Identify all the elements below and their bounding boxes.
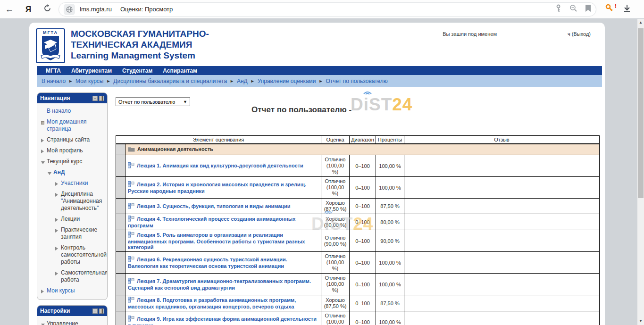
item-link[interactable]: Лекция 7. Драматургия анимационно-театра…	[128, 278, 311, 291]
sidebar-item-label: Мой профиль	[47, 147, 83, 154]
item-link[interactable]: Лекция 5. Роль аниматоров в организации …	[128, 232, 305, 250]
lesson-icon	[128, 316, 134, 323]
block-collapse-icon[interactable]: −	[92, 96, 98, 101]
settings-block: Настройки − ▐ Управление оценкамиОбзорны…	[37, 305, 108, 325]
nav-item[interactable]: Студентам	[117, 67, 158, 74]
scroll-down-icon[interactable]: ▼	[637, 317, 644, 325]
sidebar-item[interactable]: Самостоятельная работа	[40, 267, 105, 285]
sidebar-item-label[interactable]: Моя домашняя страница	[47, 118, 104, 133]
bookmark-icon[interactable]	[585, 5, 591, 14]
settings-block-title: Настройки	[40, 308, 91, 314]
sidebar-item-label[interactable]: АнД	[53, 169, 65, 176]
category-name: Анимационная деятельность	[137, 146, 213, 152]
site-globe-icon[interactable]	[64, 4, 75, 15]
tree-expanded-icon[interactable]	[48, 170, 53, 175]
tree-collapsed-icon[interactable]	[41, 138, 47, 142]
breadcrumb-link[interactable]: Отчет по пользователю	[326, 78, 388, 84]
item-link[interactable]: Лекция 3. Сущность, функция, типология и…	[137, 203, 291, 209]
breadcrumb-link[interactable]: В начало	[42, 78, 66, 84]
downloads-icon[interactable]	[623, 4, 631, 15]
sidebar-item[interactable]: Лекции	[40, 214, 105, 225]
scroll-up-icon[interactable]: ▲	[637, 19, 644, 26]
sidebar-item[interactable]: Текущий курс	[40, 156, 105, 167]
tree-collapsed-icon[interactable]	[55, 228, 61, 233]
tree-collapsed-icon[interactable]	[55, 181, 61, 186]
passwords-key-icon[interactable]	[555, 4, 562, 14]
url-text[interactable]: lms.mgta.ru	[80, 6, 112, 13]
sidebar-item-label[interactable]: Мои курсы	[47, 287, 75, 294]
mgta-logo: МГТА	[36, 28, 65, 63]
find-on-page-icon[interactable]	[569, 4, 577, 14]
sidebar-item-label: Самостоятельная работа	[61, 269, 108, 283]
item-name-cell: Лекция 1. Анимация как вид культурно-дос…	[125, 155, 321, 177]
lesson-icon	[128, 232, 134, 239]
logo-acronym: МГТА	[43, 30, 58, 35]
tree-expanded-icon[interactable]	[41, 322, 47, 325]
sidebar-item[interactable]: Мои курсы	[40, 285, 105, 296]
report-type-select[interactable]: Отчет по пользователю ▼	[116, 97, 190, 106]
back-button-icon[interactable]: ←	[0, 4, 19, 15]
chevron-down-icon: ▼	[183, 100, 187, 104]
breadcrumb-link[interactable]: Мои курсы	[75, 78, 103, 84]
nav-item[interactable]: МГТА	[41, 67, 66, 74]
range-cell: 0–100	[350, 252, 376, 274]
navigation-block: Навигация − ▐ В началоМоя домашняя стран…	[37, 92, 108, 300]
sidebar-item[interactable]: Контроль самостоятельной работы	[40, 242, 105, 267]
lesson-icon	[128, 203, 134, 210]
sidebar-item-label[interactable]: Участники	[61, 180, 88, 187]
refresh-icon[interactable]	[38, 4, 57, 15]
address-bar[interactable]: lms.mgta.ru Оценки: Просмотр	[59, 2, 596, 17]
password-alert-icon[interactable]: !	[605, 4, 613, 15]
item-link[interactable]: Лекция 8. Подготовка и разработка анимац…	[128, 297, 296, 309]
breadcrumb-separator-icon: ►	[230, 79, 234, 83]
sidebar-item[interactable]: Управление оценками	[40, 318, 105, 325]
academy-title-line1: МОСКОВСКАЯ ГУМАНИТАРНО-	[71, 28, 209, 39]
tree-collapsed-icon[interactable]	[55, 246, 61, 250]
tree-expanded-icon[interactable]	[41, 159, 47, 164]
nav-item[interactable]: Абитуриентам	[66, 67, 117, 74]
sidebar-item[interactable]: Дисциплина "Анимационная деятельность"	[40, 189, 105, 214]
grade-cell: Хорошо(87,50 %)	[321, 295, 350, 311]
item-link[interactable]: Лекция 9. Игра как эффективная форма ани…	[128, 316, 317, 325]
range-cell: 0–100	[350, 199, 376, 214]
page-scrollbar[interactable]: ▲ ▼	[637, 19, 644, 325]
grade-report-table: Элемент оценивания Оценка Диапазон Проце…	[116, 135, 600, 325]
indent-cell	[116, 295, 125, 311]
settings-block-header: Настройки − ▐	[37, 306, 107, 316]
sidebar-item[interactable]: Страницы сайта	[40, 134, 105, 145]
page-title-text: Оценки: Просмотр	[120, 6, 173, 13]
breadcrumb-separator-icon: ►	[68, 79, 73, 83]
item-link[interactable]: Лекция 6. Рекреационная сущность туристс…	[128, 257, 287, 269]
logout-link[interactable]: ч (Выход)	[568, 31, 591, 37]
tree-collapsed-icon[interactable]	[41, 149, 47, 153]
tree-collapsed-icon[interactable]	[55, 271, 61, 275]
sidebar-item[interactable]: Мой профиль	[40, 145, 105, 156]
breadcrumb-link[interactable]: АнД	[237, 78, 248, 84]
tree-collapsed-icon[interactable]	[55, 217, 61, 222]
item-link[interactable]: Лекция 2. История и хронология массовых …	[128, 182, 306, 194]
sidebar-item[interactable]: Моя домашняя страница	[40, 117, 105, 134]
breadcrumb-separator-icon: ►	[319, 79, 323, 83]
sidebar-item[interactable]: В начало	[40, 106, 105, 117]
item-name-cell: Лекция 6. Рекреационная сущность туристс…	[125, 252, 321, 274]
sidebar-item[interactable]: АнД	[40, 167, 105, 178]
tree-collapsed-icon[interactable]	[55, 192, 61, 197]
sidebar-item[interactable]: Практические занятия	[40, 225, 105, 242]
scrollbar-thumb[interactable]	[638, 28, 644, 198]
breadcrumb-link[interactable]: Дисциплины бакалавриата и специалитета	[113, 78, 227, 84]
item-link[interactable]: Лекция 1. Анимация как вид культурно-дос…	[137, 163, 303, 168]
block-dock-icon[interactable]: ▐	[99, 96, 104, 101]
item-link[interactable]: Лекция 4. Технологический процесс создан…	[128, 216, 295, 228]
nav-item[interactable]: Аспирантам	[158, 67, 202, 74]
table-header-row: Элемент оценивания Оценка Диапазон Проце…	[116, 136, 600, 144]
main-content: Отчет по пользователю ▼ Отчет по пользов…	[116, 92, 602, 325]
sidebar-item[interactable]: Участники	[40, 178, 105, 189]
grade-item-row: Лекция 4. Технологический процесс создан…	[116, 214, 600, 230]
block-dock-icon[interactable]: ▐	[99, 308, 104, 314]
lesson-icon	[128, 181, 134, 188]
sidebar-item-label[interactable]: В начало	[47, 108, 71, 115]
breadcrumb-link[interactable]: Управление оценками	[258, 78, 316, 84]
block-collapse-icon[interactable]: −	[92, 308, 98, 314]
tree-collapsed-icon[interactable]	[41, 289, 47, 293]
yandex-browser-icon[interactable]: Я	[19, 5, 38, 14]
